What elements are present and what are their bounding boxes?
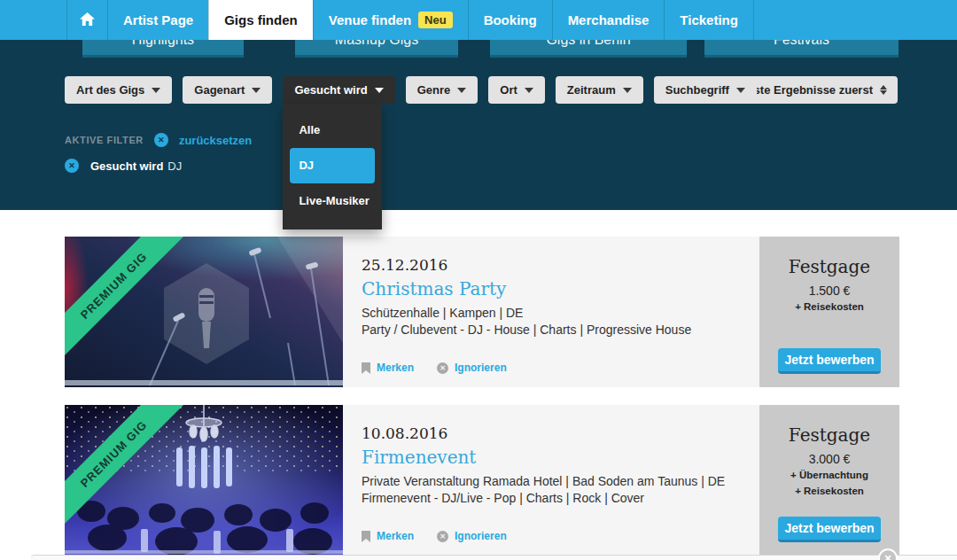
filter-zeitraum[interactable]: Zeitraum (556, 76, 643, 104)
gig-image[interactable]: PREMIUM GIG (65, 405, 343, 556)
gig-details: Firmenevent - DJ/Live - Pop | Charts | R… (362, 490, 742, 507)
fee-extra: + Reisekosten (759, 299, 899, 314)
merken-button[interactable]: Merken (362, 530, 414, 542)
gig-title-link[interactable]: Christmas Party (362, 278, 742, 299)
nav-item-label: Venue finden (329, 12, 411, 27)
nav-item-booking[interactable]: Booking (468, 0, 552, 40)
active-filter-name: Gesucht wird (90, 159, 163, 173)
chevron-down-icon (525, 88, 533, 93)
gig-card: PREMIUM GIG 10.08.2016 Firmenevent Priva… (65, 405, 899, 556)
chevron-down-icon (457, 88, 466, 93)
home-button[interactable] (66, 0, 107, 40)
dropdown-option-alle[interactable]: Alle (283, 113, 382, 148)
nav-item-ticketing[interactable]: Ticketing (664, 0, 754, 40)
filter-label: Genre (417, 83, 451, 97)
bottom-notification-bar (31, 555, 957, 560)
chevron-down-icon (736, 88, 745, 93)
gig-info: 25.12.2016 Christmas Party Schützenhalle… (343, 237, 759, 387)
remove-filter-icon[interactable]: ✕ (65, 159, 79, 173)
neu-badge: Neu (418, 12, 453, 28)
sort-arrows-icon (880, 85, 887, 95)
filter-genre[interactable]: Genre (406, 76, 478, 104)
dropdown-option-dj[interactable]: DJ (290, 148, 375, 183)
gig-card: PREMIUM GIG 25.12.2016 Christmas Party S… (65, 237, 899, 387)
apply-button[interactable]: Jetzt bewerben (778, 517, 881, 542)
chevron-down-icon (152, 88, 160, 93)
fee-type: Festgage (759, 424, 899, 446)
gig-venue: Private Veranstaltung Ramada Hotel | Bad… (362, 473, 742, 490)
fee-extra: + Reisekosten (759, 484, 899, 498)
filter-row: Art des Gigs Gagenart Gesucht wird Alle … (65, 76, 757, 104)
gig-date: 10.08.2016 (362, 424, 742, 442)
merken-label: Merken (377, 362, 414, 374)
gig-fee-panel: Festgage 3.000 € + Übernachtung + Reisek… (759, 405, 899, 556)
bookmark-icon (362, 362, 370, 374)
reset-filters-link[interactable]: zurücksetzen (179, 134, 252, 147)
filter-label: Gesucht wird (294, 83, 367, 97)
ignore-x-icon: ✕ (437, 531, 448, 542)
filter-label: Ort (500, 83, 517, 97)
filter-gesucht-wird[interactable]: Gesucht wird (283, 76, 394, 104)
ignorieren-label: Ignorieren (455, 530, 507, 542)
nav-item-artist-page[interactable]: Artist Page (107, 0, 208, 40)
nav-item-venue-finden[interactable]: Venue finden Neu (313, 0, 468, 40)
gig-fee-panel: Festgage 1.500 € + Reisekosten Jetzt bew… (759, 237, 899, 387)
fee-type: Festgage (759, 256, 899, 277)
filter-art-des-gigs[interactable]: Art des Gigs (65, 76, 172, 104)
active-filter-chip: ✕ Gesucht wird DJ (65, 159, 182, 173)
ignorieren-button[interactable]: ✕ Ignorieren (437, 362, 507, 374)
ignorieren-button[interactable]: ✕ Ignorieren (437, 530, 507, 542)
reset-x-icon[interactable]: ✕ (154, 133, 168, 147)
merken-button[interactable]: Merken (362, 362, 414, 374)
gig-image[interactable]: PREMIUM GIG (65, 237, 343, 387)
bookmark-icon (362, 531, 370, 542)
gig-actions: Merken ✕ Ignorieren (362, 362, 507, 374)
filter-label: Gagenart (194, 83, 245, 97)
ignorieren-label: Ignorieren (455, 362, 507, 374)
merken-label: Merken (377, 530, 414, 542)
filter-label: Art des Gigs (76, 83, 144, 97)
gig-title-link[interactable]: Firmenevent (362, 447, 742, 468)
nav-item-merchandise[interactable]: Merchandise (552, 0, 665, 40)
dropdown-option-live-musiker[interactable]: Live-Musiker (283, 183, 382, 219)
active-filter-value: DJ (167, 159, 182, 173)
gig-details: Party / Clubevent - DJ - House | Charts … (362, 322, 742, 338)
active-filter-heading: AKTIVE FILTER (65, 135, 144, 145)
filter-suchbegriff[interactable]: Suchbegriff (654, 76, 757, 104)
fee-extra: + Übernachtung (759, 468, 899, 482)
chevron-down-icon (252, 88, 261, 93)
filter-gagenart[interactable]: Gagenart (183, 76, 272, 104)
gig-date: 25.12.2016 (362, 256, 742, 274)
filter-label: Suchbegriff (665, 83, 729, 97)
filter-ort[interactable]: Ort (488, 76, 545, 104)
home-icon (80, 12, 95, 28)
fee-amount: 3.000 € (759, 452, 899, 466)
apply-button[interactable]: Jetzt bewerben (778, 348, 881, 374)
top-navbar: Artist Page Gigs finden Venue finden Neu… (0, 0, 957, 40)
page: Highlights Mashup Gigs Gigs in Berlin Fe… (0, 0, 957, 560)
nav-spacer (0, 0, 66, 40)
gig-info: 10.08.2016 Firmenevent Private Veranstal… (343, 405, 759, 556)
active-filter-header: AKTIVE FILTER ✕ zurücksetzen (65, 133, 252, 147)
ignore-x-icon: ✕ (437, 362, 448, 374)
filter-label: Zeitraum (567, 83, 616, 97)
gesucht-wird-dropdown: Alle DJ Live-Musiker (283, 104, 382, 229)
gig-actions: Merken ✕ Ignorieren (362, 530, 507, 542)
sort-label: Beste Ergebnisse zuerst (739, 83, 873, 97)
gig-venue: Schützenhalle | Kampen | DE (362, 305, 742, 322)
nav-item-gigs-finden[interactable]: Gigs finden (208, 0, 313, 40)
chevron-down-icon (623, 88, 632, 93)
fee-amount: 1.500 € (759, 284, 899, 298)
chevron-down-icon (375, 88, 384, 93)
